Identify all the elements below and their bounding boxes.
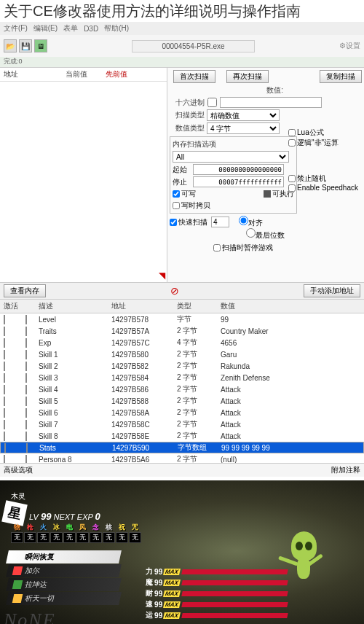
stop-icon[interactable]: ⊘	[170, 285, 179, 297]
process-name: 00004554-P5R.exe	[132, 40, 254, 52]
start-input[interactable]	[193, 164, 284, 175]
table-row[interactable]: Traits14297B57A2 字节Country Maker	[0, 325, 364, 337]
fastscan-input[interactable]	[211, 217, 229, 227]
value-label: 数值:	[248, 85, 283, 95]
next-scan-button[interactable]: 再次扫描	[226, 70, 269, 83]
menu-help[interactable]: 帮助(H)	[104, 23, 129, 34]
view-memory-button[interactable]: 查看内存	[4, 284, 46, 297]
random-checkbox[interactable]	[288, 175, 296, 182]
copy-scan-button[interactable]: 复制扫描	[320, 70, 362, 83]
add-comment[interactable]: 附加注释	[331, 465, 360, 475]
table-row[interactable]: Skill 414297B5862 字节Attack	[0, 383, 364, 395]
game-screenshot: 木灵 星 LV 99 NEXT EXP 0 物无枪无火无冰无电无风无念无核无祝无…	[0, 480, 364, 624]
first-scan-button[interactable]: 首次扫描	[173, 70, 215, 83]
settings-icon[interactable]: ⚙设置	[339, 41, 360, 51]
pause-checkbox[interactable]	[213, 244, 221, 251]
cow-checkbox[interactable]	[173, 202, 180, 209]
col-current: 当前值	[66, 69, 106, 79]
col-addr: 地址	[111, 301, 177, 311]
page-title: 关于CE修改器使用方法的详细说明与操作指南	[0, 0, 364, 22]
valtype-select[interactable]: 4 字节	[207, 122, 280, 134]
col-previous: 先前值	[106, 69, 127, 79]
writable-checkbox[interactable]	[173, 190, 180, 198]
stat-bars: 力99MAX魔99MAX耐99MAX速99MAX运99MAX	[146, 566, 288, 621]
scan-panel: 首次扫描 再次扫描 复制扫描 数值: 十六进制 扫描类型精确数值 数值类型4 字…	[167, 68, 364, 282]
not-checkbox[interactable]	[288, 139, 296, 147]
table-row[interactable]: Skill 114297B5802 字节Garu	[0, 348, 364, 360]
table-row[interactable]: Skill 814297B58E2 字节Attack	[0, 430, 364, 442]
toolbar: 📂 💾 🖥 00004554-P5R.exe ⚙设置	[0, 35, 364, 57]
col-type: 类型	[177, 301, 221, 311]
save-icon[interactable]: 💾	[19, 39, 32, 52]
menu-d3d[interactable]: D3D	[84, 25, 98, 33]
results-panel: 地址 当前值 先前值	[0, 68, 167, 282]
menu-table[interactable]: 表单	[63, 23, 78, 34]
menu-file[interactable]: 文件(F)	[4, 23, 28, 34]
table-row[interactable]: Stats14297B590字节数组99 99 99 99 99	[0, 442, 364, 453]
memory-options: 内存扫描选项 All 起始 停止 可写 可执行 写时拷贝	[170, 136, 297, 214]
table-row[interactable]: Skill 714297B58C2 字节Attack	[0, 418, 364, 430]
scantype-select[interactable]: 精确数值	[207, 109, 280, 121]
table-row[interactable]: Level14297B578字节99	[0, 313, 364, 325]
menubar: 文件(F) 编辑(E) 表单 D3D 帮助(H)	[0, 22, 364, 35]
skill-list: 瞬间恢复加尔拉坤达析天一切	[7, 550, 120, 606]
cheat-table: 激活 描述 地址 类型 数值 Level14297B578字节99Traits1…	[0, 299, 364, 463]
value-input[interactable]	[220, 97, 322, 108]
level-display: LV 99 NEXT EXP 0	[29, 511, 100, 522]
table-row[interactable]: Exp14297B57C4 字节4656	[0, 337, 364, 348]
table-row[interactable]: Skill 514297B5882 字节Attack	[0, 395, 364, 407]
open-process-icon[interactable]: 📂	[4, 39, 17, 52]
table-row[interactable]: Skill 314297B5842 字节Zenith Defense	[0, 372, 364, 383]
table-row[interactable]: Persona 814297B5A62 字节(null)	[0, 453, 364, 463]
monitor-icon[interactable]: 🖥	[34, 39, 47, 52]
col-value: 数值	[221, 301, 360, 311]
hex-label: 十六进制	[170, 98, 205, 108]
region-select[interactable]: All	[173, 151, 289, 163]
hex-checkbox[interactable]	[207, 98, 218, 107]
menu-edit[interactable]: 编辑(E)	[33, 23, 58, 34]
valtype-label: 数值类型	[170, 123, 205, 133]
col-active: 激活	[4, 301, 25, 311]
advanced-options[interactable]: 高级选项	[4, 465, 33, 475]
scantype-label: 扫描类型	[170, 110, 205, 120]
lua-checkbox[interactable]	[288, 129, 296, 136]
align-radio[interactable]	[239, 216, 248, 225]
speedhack-checkbox[interactable]	[288, 184, 296, 192]
manual-add-button[interactable]: 手动添加地址	[304, 284, 360, 297]
col-address: 地址	[4, 69, 66, 79]
progress-bar: 完成:0	[0, 57, 364, 67]
resistance-row: 物无枪无火无冰无电无风无念无核无祝无咒无	[11, 523, 141, 543]
table-row[interactable]: Skill 614297B58A2 字节Attack	[0, 407, 364, 418]
none-text: NoNE	[4, 609, 56, 624]
arrow-icon: ◥	[159, 270, 165, 281]
col-desc: 描述	[39, 301, 111, 311]
table-row[interactable]: Skill 214297B5822 字节Rakunda	[0, 360, 364, 372]
lastdigit-radio[interactable]	[246, 228, 256, 238]
stop-input[interactable]	[193, 176, 284, 187]
persona-arcana: 木灵	[11, 491, 25, 502]
fastscan-checkbox[interactable]	[170, 219, 177, 226]
